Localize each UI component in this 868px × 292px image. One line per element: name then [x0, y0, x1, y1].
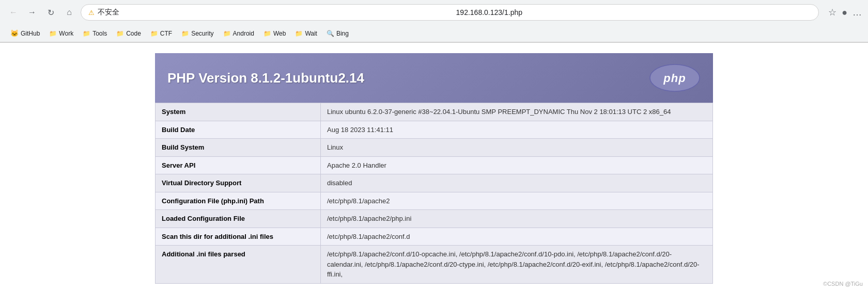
table-row: Scan this dir for additional .ini files/…: [156, 228, 713, 246]
bookmark-label: Security: [191, 30, 213, 37]
table-cell-value: /etc/php/8.1/apache2/conf.d: [321, 228, 713, 246]
bookmark-label: Wait: [305, 30, 317, 37]
table-row: Additional .ini files parsed/etc/php/8.1…: [156, 246, 713, 284]
reload-button[interactable]: ↻: [43, 5, 58, 20]
bookmarks-bar: 🐱 GitHub 📁 Work 📁 Tools 📁 Code 📁 CTF 📁 S…: [0, 25, 868, 42]
watermark: ©CSDN @TiGu: [823, 281, 863, 287]
bookmark-label: GitHub: [21, 30, 40, 37]
bookmark-star-icon[interactable]: ☆: [828, 7, 836, 18]
forward-button[interactable]: →: [25, 5, 39, 20]
bookmark-tools[interactable]: 📁 Tools: [79, 28, 111, 39]
folder-icon: 📁: [83, 30, 90, 37]
table-cell-value: Linux: [321, 139, 713, 157]
bookmark-label: Web: [273, 30, 286, 37]
nav-bar: ← → ↻ ⌂ ⚠ 不安全 192.168.0.123/1.php ☆ ● …: [0, 0, 868, 25]
php-info-table: SystemLinux ubuntu 6.2.0-37-generic #38~…: [155, 103, 713, 284]
browser-action-icons: ☆ ● …: [828, 7, 862, 18]
bookmark-ctf[interactable]: 📁 CTF: [146, 28, 176, 39]
folder-icon: 📁: [295, 30, 303, 37]
page-content: PHP Version 8.1.2-1ubuntu2.14 php System…: [0, 43, 868, 292]
table-row: Build SystemLinux: [156, 139, 713, 157]
table-cell-label: System: [156, 103, 321, 121]
table-row: Virtual Directory Supportdisabled: [156, 174, 713, 192]
bookmark-code[interactable]: 📁 Code: [112, 28, 145, 39]
back-button[interactable]: ←: [6, 5, 21, 20]
github-icon: 🐱: [10, 29, 19, 37]
table-row: SystemLinux ubuntu 6.2.0-37-generic #38~…: [156, 103, 713, 121]
table-row: Configuration File (php.ini) Path/etc/ph…: [156, 192, 713, 210]
table-cell-value: /etc/php/8.1/apache2: [321, 192, 713, 210]
bookmark-android[interactable]: 📁 Android: [219, 28, 258, 39]
bookmark-label: CTF: [160, 30, 172, 37]
php-container: PHP Version 8.1.2-1ubuntu2.14 php System…: [155, 53, 713, 284]
bookmark-label: Android: [233, 30, 254, 37]
table-cell-value: Apache 2.0 Handler: [321, 156, 713, 174]
table-cell-label: Loaded Configuration File: [156, 210, 321, 228]
bookmark-label: Bing: [336, 30, 349, 37]
table-cell-label: Build Date: [156, 121, 321, 139]
table-cell-value: /etc/php/8.1/apache2/php.ini: [321, 210, 713, 228]
table-cell-label: Scan this dir for additional .ini files: [156, 228, 321, 246]
bookmark-wait[interactable]: 📁 Wait: [291, 28, 321, 39]
folder-icon: 📁: [181, 30, 189, 37]
table-cell-value: Aug 18 2023 11:41:11: [321, 121, 713, 139]
svg-text:php: php: [663, 72, 686, 85]
table-cell-value: /etc/php/8.1/apache2/conf.d/10-opcache.i…: [321, 246, 713, 284]
folder-icon: 📁: [116, 30, 124, 37]
bookmark-label: Tools: [92, 30, 107, 37]
folder-icon: 📁: [223, 30, 231, 37]
table-row: Loaded Configuration File/etc/php/8.1/ap…: [156, 210, 713, 228]
bookmark-bing[interactable]: 🔍 Bing: [322, 28, 353, 39]
php-version-title: PHP Version 8.1.2-1ubuntu2.14: [167, 70, 364, 86]
bookmark-label: Code: [126, 30, 141, 37]
table-cell-label: Virtual Directory Support: [156, 174, 321, 192]
profile-icon[interactable]: ●: [842, 7, 847, 18]
security-warning-icon: ⚠: [88, 9, 95, 17]
bookmark-web[interactable]: 📁 Web: [259, 28, 290, 39]
browser-chrome: ← → ↻ ⌂ ⚠ 不安全 192.168.0.123/1.php ☆ ● … …: [0, 0, 868, 43]
table-cell-label: Server API: [156, 156, 321, 174]
php-logo: php: [649, 63, 701, 92]
bookmark-label: Work: [59, 30, 73, 37]
folder-icon: 📁: [150, 30, 158, 37]
table-cell-value: disabled: [321, 174, 713, 192]
table-cell-value: Linux ubuntu 6.2.0-37-generic #38~22.04.…: [321, 103, 713, 121]
bookmark-security[interactable]: 📁 Security: [177, 28, 218, 39]
table-cell-label: Configuration File (php.ini) Path: [156, 192, 321, 210]
table-cell-label: Additional .ini files parsed: [156, 246, 321, 284]
menu-icon[interactable]: …: [853, 7, 862, 18]
home-button[interactable]: ⌂: [62, 5, 76, 20]
bookmark-github[interactable]: 🐱 GitHub: [6, 27, 44, 39]
folder-icon: 📁: [264, 30, 271, 37]
php-header: PHP Version 8.1.2-1ubuntu2.14 php: [155, 53, 713, 103]
bookmark-work[interactable]: 📁 Work: [45, 28, 78, 39]
table-row: Build DateAug 18 2023 11:41:11: [156, 121, 713, 139]
url-display: 192.168.0.123/1.php: [456, 8, 812, 17]
security-label: 不安全: [98, 8, 453, 17]
folder-icon: 📁: [49, 30, 57, 37]
table-row: Server APIApache 2.0 Handler: [156, 156, 713, 174]
search-icon: 🔍: [327, 30, 334, 37]
table-cell-label: Build System: [156, 139, 321, 157]
address-bar[interactable]: ⚠ 不安全 192.168.0.123/1.php: [81, 4, 819, 21]
